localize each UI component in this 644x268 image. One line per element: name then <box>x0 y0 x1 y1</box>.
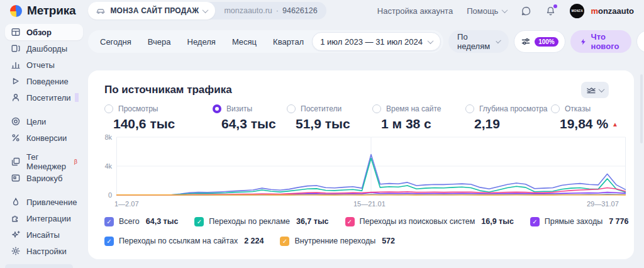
counter-select[interactable]: МОНЗА САЙТ ПРОДАЖ <box>88 2 215 20</box>
y-axis-label: 0 <box>88 191 112 199</box>
goals-icon <box>11 116 21 126</box>
legend-series-total: 572 <box>382 237 395 245</box>
date-range-select[interactable]: 1 июл 2023 — 31 июл 2024 <box>312 32 441 51</box>
metric-2[interactable]: Визиты64,3 тыс <box>213 104 276 131</box>
metric-value: 2,19 <box>474 116 548 131</box>
legend-checkbox[interactable]: ✓ <box>280 237 289 246</box>
metric-radio[interactable] <box>465 104 474 113</box>
legend-checkbox[interactable]: ✓ <box>530 217 540 226</box>
whats-new-label: Что нового <box>591 32 622 51</box>
legend-item[interactable]: ✓Всего64,3 тыс <box>104 217 178 226</box>
overview-icon <box>11 27 21 37</box>
date-range-value: 1 июл 2023 — 31 июл 2024 <box>320 37 423 47</box>
period-tab-квартал[interactable]: Квартал <box>265 37 312 47</box>
lightning-icon <box>580 37 586 47</box>
legend-item[interactable]: ✓Переходы по ссылкам на сайтах2 224 <box>104 237 264 246</box>
user-name[interactable]: monzaauto <box>591 6 634 16</box>
car-icon <box>96 6 106 16</box>
insights-icon <box>11 230 21 240</box>
period-tab-вчера[interactable]: Вчера <box>140 37 179 47</box>
beta-badge: β <box>74 159 77 165</box>
sidebar-item-reports[interactable]: Отчеты <box>5 57 83 73</box>
sidebar-item-conversions[interactable]: Конверсии <box>5 130 83 146</box>
sidebar-item-label: Настройки <box>26 247 67 256</box>
sidebar-item-tag-manager[interactable]: Тег Менеджерβ <box>5 154 83 170</box>
sidebar-item-visitors[interactable]: Посетители <box>5 89 83 106</box>
legend-checkbox[interactable]: ✓ <box>104 237 114 246</box>
visitors-icon <box>11 92 21 103</box>
chevron-down-icon <box>599 86 605 92</box>
chart-type-select[interactable] <box>581 82 609 98</box>
legend-series-name: Прямые заходы <box>545 217 602 226</box>
x-axis-label: 29—31.07 <box>587 200 619 208</box>
notifications-button[interactable] <box>545 6 556 16</box>
metric-1[interactable]: Просмотры140,6 тыс <box>104 104 175 131</box>
chat-button[interactable] <box>521 6 531 16</box>
sidebar-item-overview[interactable]: Обзор <box>5 24 83 40</box>
line-chart[interactable] <box>116 136 626 199</box>
legend-checkbox[interactable]: ✓ <box>345 217 355 226</box>
notification-dot <box>553 4 557 8</box>
account-settings-link[interactable]: Настройка аккаунта <box>377 6 453 16</box>
x-axis-label: 1—2.07 <box>114 200 139 208</box>
sidebar-item-variocube[interactable]: Вариокуб <box>5 170 83 186</box>
sidebar-item-settings[interactable]: Настройки <box>5 243 83 259</box>
legend-row: ✓Переходы по ссылкам на сайтах2 224✓Внут… <box>104 235 621 247</box>
metric-6[interactable]: Отказы19,84 %▲ <box>551 104 618 131</box>
metric-radio[interactable] <box>372 104 381 113</box>
metric-label: Отказы <box>565 104 591 113</box>
toolbar: СегодняВчераНеделяМесяцКвартал 1 июл 202… <box>88 30 634 53</box>
card-more-button[interactable] <box>616 87 621 92</box>
metric-5[interactable]: Глубина просмотра2,19 <box>465 104 548 131</box>
metric-value: 1 м 38 с <box>381 116 441 131</box>
metric-radio[interactable] <box>213 104 221 113</box>
sidebar-item-insights[interactable]: Инсайты <box>5 226 83 243</box>
legend-item[interactable]: ✓Внутренние переходы572 <box>280 237 395 246</box>
legend-checkbox[interactable]: ✓ <box>194 217 204 226</box>
metric-3[interactable]: Посетители51,9 тыс <box>287 104 350 131</box>
legend-item[interactable]: ✓Переходы по рекламе36,7 тыс <box>194 217 328 226</box>
app-name: Метрика <box>27 4 75 18</box>
sidebar-item-integrations[interactable]: Интеграции <box>5 210 83 226</box>
period-tab-неделя[interactable]: Неделя <box>179 37 224 47</box>
sidebar: ОбзорДашбордыОтчетыПоведениеПосетителиЦе… <box>0 21 88 268</box>
granularity-value: По неделям <box>457 32 491 51</box>
period-tab-сегодня[interactable]: Сегодня <box>92 37 140 47</box>
metric-4[interactable]: Время на сайте1 м 38 с <box>372 104 441 131</box>
chat-bubble-icon <box>521 6 531 16</box>
sidebar-group: ЦелиКонверсии <box>5 113 83 146</box>
legend-checkbox[interactable]: ✓ <box>104 217 114 226</box>
sidebar-item-label: Тег Менеджер <box>26 152 68 171</box>
period-tab-месяц[interactable]: Месяц <box>224 37 265 47</box>
scrollbar-thumb[interactable] <box>640 74 643 143</box>
legend-item[interactable]: ✓Прямые заходы7 776 <box>530 217 629 226</box>
sidebar-item-attraction[interactable]: Привлечение <box>5 194 83 210</box>
sampling-badge: 100% <box>535 37 558 47</box>
chart-legend: ✓Всего64,3 тыс✓Переходы по рекламе36,7 т… <box>104 215 621 254</box>
legend-item[interactable]: ✓Переходы из поисковых систем16,9 тыс <box>345 217 514 226</box>
sidebar-item-goals[interactable]: Цели <box>5 113 83 130</box>
sidebar-item-label: Привлечение <box>26 198 77 207</box>
sidebar-group: Тег МенеджерβВариокуб <box>5 154 83 186</box>
sidebar-item-label: Отчеты <box>26 60 55 70</box>
legend-series-name: Переходы по ссылкам на сайтах <box>119 237 238 245</box>
avatar[interactable]: MONZA <box>570 4 584 18</box>
legend-series-name: Переходы из поисковых систем <box>360 217 475 226</box>
y-axis-label: 4k <box>88 162 112 170</box>
sidebar-item-dashboards[interactable]: Дашборды <box>5 40 83 57</box>
add-button[interactable]: Добавить <box>636 30 644 53</box>
metric-radio[interactable] <box>104 104 113 113</box>
granularity-select[interactable]: По неделям <box>448 30 509 53</box>
trend-up-icon: ▲ <box>612 121 618 128</box>
metrika-logo-icon <box>10 5 22 17</box>
help-menu[interactable]: Помощь <box>467 6 507 16</box>
period-control: СегодняВчераНеделяМесяцКвартал 1 июл 202… <box>88 30 443 53</box>
metric-radio[interactable] <box>287 104 296 113</box>
sampling-control[interactable]: 100% <box>514 30 565 53</box>
chevron-down-icon <box>203 7 209 13</box>
sidebar-item-label: Поведение <box>26 77 69 86</box>
sidebar-item-behavior[interactable]: Поведение <box>5 73 83 89</box>
metric-radio[interactable] <box>551 104 560 113</box>
whats-new-button[interactable]: Что нового <box>570 30 632 53</box>
chevron-down-icon <box>502 7 508 13</box>
